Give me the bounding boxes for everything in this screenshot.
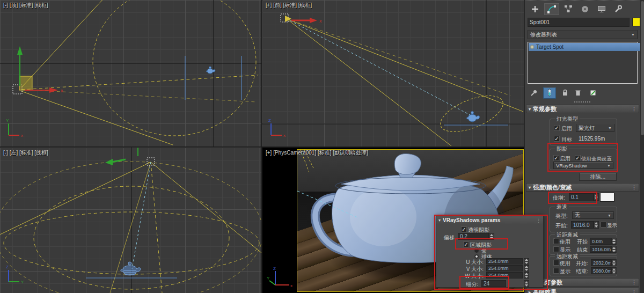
- tab-modify[interactable]: [544, 3, 559, 15]
- multiplier-spinner-arrows[interactable]: [594, 193, 599, 201]
- transparent-shadows-checkbox[interactable]: ✓: [461, 226, 467, 232]
- light-target-line: [132, 162, 151, 269]
- viewport-front[interactable]: [+] [前] [标准] [线框]: [262, 0, 524, 146]
- rollout-general-params[interactable]: ▾ 常规参数 ⋮: [526, 105, 639, 113]
- rollout-advanced-effects[interactable]: ▸ 高级效果 ⋮: [526, 288, 639, 293]
- light-color-swatch[interactable]: [600, 193, 614, 202]
- object-color-swatch[interactable]: [632, 18, 640, 26]
- tab-create[interactable]: [528, 3, 543, 15]
- multiplier-spinner[interactable]: 0.1: [569, 193, 594, 201]
- vrayshadows-params-dialog[interactable]: ▾ VRayShadows params ⋮ ✓ 透明阴影 偏移 0.2 ✓ 区…: [436, 216, 544, 288]
- w-size-spinner-arrows[interactable]: [524, 272, 529, 279]
- target-label: 目标: [561, 136, 572, 143]
- axis-label-z: Z: [6, 265, 9, 269]
- decay-group-label: 衰退: [555, 203, 569, 211]
- light-enable-checkbox[interactable]: ✓: [554, 125, 560, 131]
- near-use-label: 使用: [560, 238, 570, 246]
- decay-type-value: 无: [575, 211, 580, 219]
- pin-stack-button[interactable]: [528, 87, 540, 98]
- near-start-spinner[interactable]: 0.0m: [590, 238, 611, 245]
- u-size-spinner-arrows[interactable]: [524, 258, 529, 265]
- test-tube-icon: [546, 89, 553, 97]
- tab-motion[interactable]: [577, 3, 592, 15]
- remove-modifier-button[interactable]: [572, 87, 584, 98]
- near-end-spinner[interactable]: 1016.0m: [590, 246, 611, 253]
- configure-note-icon: [589, 89, 597, 97]
- v-size-spinner-arrows[interactable]: [524, 265, 529, 272]
- near-start-spinner-arrows[interactable]: [611, 238, 617, 245]
- far-show-label: 显示: [560, 268, 570, 275]
- near-use-checkbox[interactable]: ✓: [553, 238, 559, 244]
- tab-hierarchy[interactable]: [561, 3, 576, 15]
- spotlight-cone: [287, 19, 523, 146]
- viewport-axis-tripod: Z Y: [6, 265, 24, 284]
- stack-item-target-spot[interactable]: Target Spot: [529, 43, 644, 51]
- viewport-top-label[interactable]: [-] [顶] [标准] [线框]: [3, 2, 48, 9]
- far-attenuation-label: 远距衰减: [555, 253, 580, 260]
- far-show-checkbox[interactable]: ✓: [553, 268, 559, 274]
- w-size-value: 254.0mm: [488, 273, 509, 278]
- rollout-dots-icon: ⋮: [632, 185, 636, 190]
- configure-modifier-sets-button[interactable]: [587, 87, 599, 98]
- v-size-spinner[interactable]: 254.0mm: [486, 265, 523, 272]
- use-global-checkbox[interactable]: ✓: [575, 155, 581, 161]
- show-end-result-button[interactable]: [543, 87, 556, 99]
- teapot-object-front[interactable]: [444, 112, 508, 125]
- viewport-front-label[interactable]: [+] [前] [标准] [线框]: [266, 2, 312, 9]
- far-start-spinner[interactable]: 2032.0m: [591, 259, 611, 266]
- decay-show-checkbox[interactable]: ✓: [601, 222, 606, 228]
- plus-icon: [532, 6, 538, 12]
- shadow-enable-checkbox[interactable]: ✓: [553, 155, 559, 161]
- light-type-dropdown[interactable]: 聚光灯 ▼: [576, 124, 614, 132]
- light-gizmo[interactable]: [105, 148, 155, 165]
- viewport-left-label[interactable]: [-] [左] [标准] [线框]: [3, 149, 48, 157]
- object-name-input[interactable]: Spot001: [528, 18, 630, 27]
- near-end-spinner-arrows[interactable]: [611, 246, 617, 253]
- rollout-arrow-icon: ▸: [529, 290, 531, 293]
- axis-label-x: x: [290, 283, 292, 288]
- shadows-group-label: 阴影: [555, 145, 569, 153]
- tab-utilities[interactable]: [611, 3, 626, 15]
- w-size-label: W 大小:: [456, 273, 484, 280]
- viewport-top[interactable]: [-] [顶] [标准] [线框]: [0, 0, 261, 146]
- shadow-type-dropdown[interactable]: VRayShadow ▼: [553, 162, 613, 169]
- rollout-dots-icon: ⋮: [632, 280, 636, 285]
- target-checkbox[interactable]: ✓: [554, 136, 560, 142]
- area-shadow-checkbox[interactable]: ✓: [463, 241, 469, 247]
- modifier-list-dropdown[interactable]: 修改器列表 ▼: [528, 30, 638, 39]
- subdivs-spinner[interactable]: 24: [481, 280, 506, 287]
- subdivs-spinner-arrows[interactable]: [524, 280, 529, 287]
- bias-spinner[interactable]: 0.2: [458, 233, 489, 240]
- light-gizmo[interactable]: x: [281, 14, 322, 24]
- make-unique-button[interactable]: [559, 87, 571, 98]
- rollout-intensity[interactable]: ▾ 强度/颜色/衰减 ⋮: [526, 183, 639, 192]
- near-show-checkbox[interactable]: ✓: [553, 246, 559, 252]
- bias-spinner-arrows[interactable]: [489, 233, 494, 240]
- tab-display[interactable]: [594, 3, 609, 15]
- viewport-left[interactable]: [-] [左] [标准] [线框]: [0, 148, 261, 293]
- box-radio[interactable]: [474, 248, 479, 253]
- decay-type-dropdown[interactable]: 无 ▼: [572, 211, 614, 219]
- decay-start-spinner[interactable]: 1016.0: [571, 221, 594, 229]
- vrayshadows-title-bar[interactable]: ▾ VRayShadows params ⋮: [436, 216, 543, 224]
- panel-scrollbar[interactable]: [640, 0, 644, 293]
- decay-start-spinner-arrows[interactable]: [594, 221, 599, 229]
- light-gizmo[interactable]: x: [13, 46, 63, 94]
- far-use-checkbox[interactable]: ✓: [553, 260, 559, 266]
- panel-drag-handle[interactable]: [525, 1, 644, 1]
- viewport-left-overlay: Z Y: [0, 148, 261, 293]
- far-end-label: 结束:: [576, 268, 588, 275]
- far-end-spinner-arrows[interactable]: [611, 267, 617, 274]
- viewport-front-overlay: x Z x: [262, 0, 524, 146]
- far-start-spinner-arrows[interactable]: [611, 259, 617, 266]
- near-end-value: 1016.0m: [592, 247, 611, 252]
- rollout-splitter[interactable]: [574, 101, 590, 102]
- w-size-spinner[interactable]: 254.0mm: [486, 272, 523, 279]
- u-size-spinner[interactable]: 254.0mm: [486, 258, 523, 265]
- far-end-spinner[interactable]: 5080.0m: [591, 267, 611, 274]
- exclude-button[interactable]: 排除...: [579, 173, 617, 181]
- viewport-camera-label[interactable]: [+] [PhysCamera001] [标准] [默认明暗处理]: [266, 149, 368, 157]
- chevron-down-icon: ▼: [631, 33, 635, 36]
- panel-scrollbar-thumb[interactable]: [641, 1, 644, 135]
- modifier-stack[interactable]: Target Spot: [528, 42, 638, 84]
